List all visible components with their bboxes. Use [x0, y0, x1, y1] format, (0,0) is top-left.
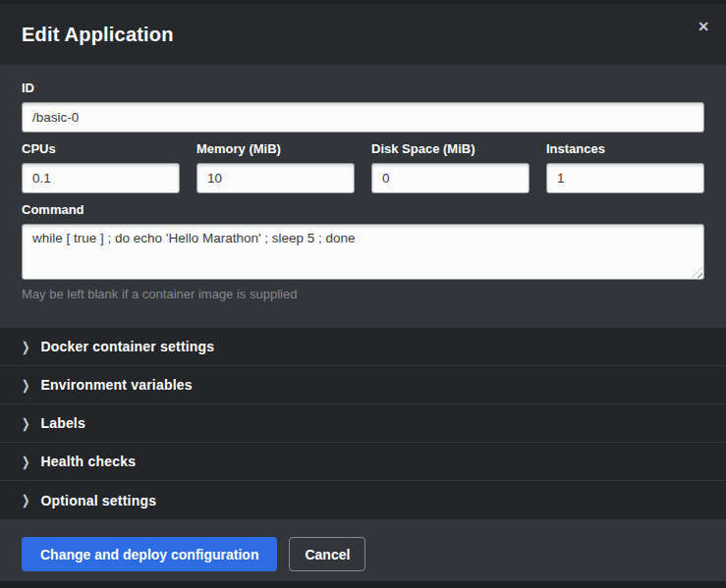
chevron-right-icon: ❯	[22, 454, 29, 469]
page-background-edge	[0, 581, 726, 588]
instances-field-group: Instances	[546, 133, 704, 193]
section-labels[interactable]: ❯ Labels	[0, 404, 726, 443]
modal-header: Edit Application ✕	[0, 4, 726, 65]
command-help-text: May be left blank if a container image i…	[22, 287, 704, 301]
command-textarea[interactable]: while [ true ] ; do echo 'Hello Marathon…	[22, 224, 704, 280]
application-form: ID CPUs Memory (MiB) Disk Space (MiB) In…	[0, 65, 726, 328]
memory-field-group: Memory (MiB)	[196, 133, 355, 193]
section-health-checks[interactable]: ❯ Health checks	[0, 443, 726, 481]
chevron-right-icon: ❯	[22, 416, 29, 431]
disk-label: Disk Space (MiB)	[371, 141, 530, 156]
id-label: ID	[22, 80, 704, 95]
id-input[interactable]	[22, 102, 704, 133]
cpus-field-group: CPUs	[22, 133, 180, 193]
memory-label: Memory (MiB)	[196, 141, 355, 156]
modal-title: Edit Application	[22, 24, 174, 46]
section-label: Labels	[40, 415, 85, 431]
close-icon[interactable]: ✕	[698, 20, 709, 33]
change-and-deploy-button[interactable]: Change and deploy configuration	[22, 537, 277, 571]
command-textarea-wrap: while [ true ] ; do echo 'Hello Marathon…	[22, 224, 704, 280]
section-docker-container-settings[interactable]: ❯ Docker container settings	[0, 328, 726, 366]
resources-row: CPUs Memory (MiB) Disk Space (MiB) Insta…	[22, 133, 704, 193]
section-label: Environment variables	[40, 377, 192, 393]
section-label: Docker container settings	[40, 339, 214, 354]
disk-field-group: Disk Space (MiB)	[371, 133, 530, 193]
section-label: Optional settings	[40, 493, 156, 508]
section-label: Health checks	[40, 454, 136, 469]
instances-input[interactable]	[546, 163, 704, 193]
collapsible-sections: ❯ Docker container settings ❯ Environmen…	[0, 328, 726, 519]
chevron-right-icon: ❯	[22, 378, 29, 393]
chevron-right-icon: ❯	[22, 493, 29, 508]
instances-label: Instances	[546, 141, 704, 156]
disk-input[interactable]	[371, 163, 530, 193]
section-optional-settings[interactable]: ❯ Optional settings	[0, 481, 726, 519]
cpus-label: CPUs	[22, 141, 180, 156]
cancel-button[interactable]: Cancel	[289, 537, 365, 571]
edit-application-modal: Edit Application ✕ ID CPUs Memory (MiB) …	[0, 0, 726, 588]
section-environment-variables[interactable]: ❯ Environment variables	[0, 366, 726, 404]
memory-input[interactable]	[196, 163, 355, 193]
cpus-input[interactable]	[22, 163, 180, 193]
chevron-right-icon: ❯	[22, 340, 29, 354]
command-label: Command	[22, 202, 704, 217]
modal-footer: Change and deploy configuration Cancel	[0, 519, 726, 581]
